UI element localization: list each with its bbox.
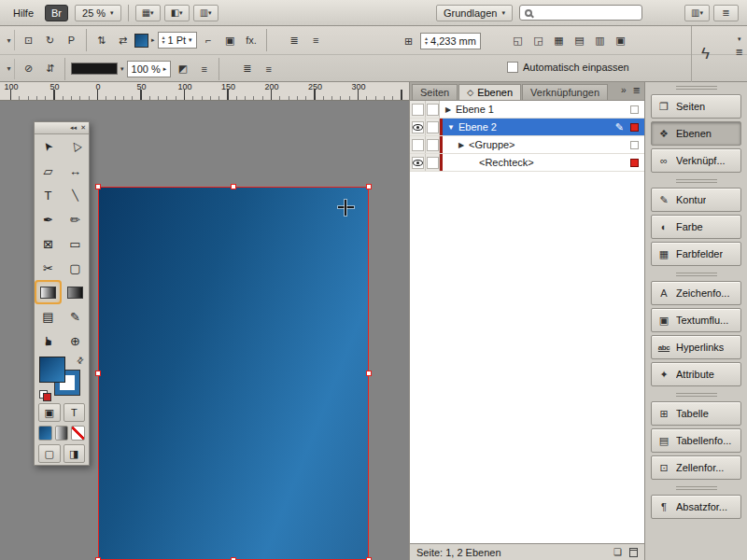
selection-proxy[interactable] bbox=[630, 159, 639, 167]
selection-proxy[interactable] bbox=[630, 105, 639, 114]
swap-fill-stroke-icon[interactable]: ⇄ bbox=[75, 355, 86, 366]
swap-arrows-icon[interactable]: ⇵ bbox=[41, 60, 59, 78]
measure-field[interactable]: ▴▾ 4,233 mm bbox=[420, 33, 481, 49]
dock-button-zellenfor[interactable]: ⊡Zellenfor... bbox=[651, 455, 741, 480]
disclosure-triangle-icon[interactable]: ▶ bbox=[444, 105, 453, 114]
formatting-affects-text-button[interactable]: T bbox=[63, 403, 86, 422]
quick-apply-button[interactable]: ϟ bbox=[691, 26, 719, 82]
align-panel-icon-2[interactable]: ≡ bbox=[307, 31, 325, 49]
selection-handle-middle-left[interactable] bbox=[95, 371, 101, 376]
stroke-align-icon[interactable]: ≡ bbox=[195, 60, 213, 78]
align-stroke-icon-1[interactable]: ▦ bbox=[550, 31, 568, 49]
eyedropper-tool[interactable]: ✎ bbox=[62, 304, 89, 329]
align-stroke-icon-3[interactable]: ▥ bbox=[591, 31, 609, 49]
panel-stack-icon[interactable]: ▥▾ bbox=[684, 5, 710, 21]
type-tool[interactable]: T bbox=[35, 183, 62, 207]
dock-button-farbe[interactable]: ◐Farbe bbox=[651, 215, 741, 239]
layer-name[interactable]: <Gruppe> bbox=[469, 139, 515, 150]
dock-grip[interactable] bbox=[645, 175, 747, 185]
drop-shadow-icon[interactable]: ▣ bbox=[221, 31, 239, 49]
page-tool[interactable]: ▱ bbox=[35, 159, 62, 183]
stepper-icons[interactable]: ▴▾ bbox=[425, 36, 428, 46]
normal-view-button[interactable]: ▢ bbox=[38, 444, 61, 463]
stepper-icons[interactable]: ▴▾ bbox=[162, 35, 165, 45]
dock-button-tabelle[interactable]: ⊞Tabelle bbox=[651, 401, 741, 426]
selection-handle-top-center[interactable] bbox=[231, 184, 236, 189]
dock-button-tabellenfo[interactable]: ▤Tabellenfo... bbox=[651, 428, 741, 453]
apply-gradient-button[interactable] bbox=[55, 426, 69, 441]
stroke-weight-field[interactable]: ▴▾ 1 Pt ▾ bbox=[158, 32, 197, 49]
dock-button-zeichenfo[interactable]: AZeichenfo... bbox=[651, 281, 741, 305]
layer-row[interactable]: ▶<Gruppe> bbox=[410, 136, 644, 154]
fit-content-icon[interactable]: ◱ bbox=[509, 31, 527, 49]
selection-proxy[interactable] bbox=[630, 123, 639, 132]
bridge-button[interactable]: Br bbox=[45, 5, 68, 21]
layer-row[interactable]: <Rechteck> bbox=[410, 154, 644, 172]
dock-button-verknüpf[interactable]: ∞Verknüpf... bbox=[651, 148, 741, 173]
layer-name[interactable]: <Rechteck> bbox=[479, 157, 534, 168]
align-panel-icon-1[interactable]: ≣ bbox=[286, 31, 303, 49]
direct-selection-tool[interactable]: ▷ bbox=[62, 134, 89, 159]
selected-rectangle[interactable] bbox=[98, 187, 369, 560]
gradient-tool[interactable] bbox=[35, 280, 62, 304]
search-input[interactable] bbox=[537, 7, 630, 19]
rotate-icon[interactable]: ↻ bbox=[41, 31, 59, 49]
dock-button-hyperlinks[interactable]: abcHyperlinks bbox=[651, 335, 741, 359]
dock-button-attribute[interactable]: ✦Attribute bbox=[651, 362, 741, 386]
tools-panel-titlebar[interactable]: ◂◂ ✕ bbox=[35, 122, 89, 134]
zoom-tool[interactable]: ⊕ bbox=[62, 329, 89, 353]
selection-proxy[interactable] bbox=[630, 141, 639, 149]
disclosure-triangle-icon[interactable]: ▶ bbox=[457, 141, 466, 149]
layer-name[interactable]: Ebene 1 bbox=[456, 104, 494, 115]
layer-name[interactable]: Ebene 2 bbox=[458, 121, 497, 133]
align-stroke-icon-2[interactable]: ▤ bbox=[571, 31, 588, 49]
selection-handle-middle-right[interactable] bbox=[366, 371, 372, 376]
screen-mode-icon[interactable]: ◧▾ bbox=[164, 5, 190, 21]
p-proxy-icon[interactable]: P bbox=[63, 31, 80, 49]
layer-visibility-toggle[interactable] bbox=[410, 101, 426, 118]
layer-row[interactable]: ▶Ebene 1 bbox=[410, 101, 644, 119]
align-panel-icon-4[interactable]: ≡ bbox=[260, 60, 277, 78]
gap-tool[interactable]: ↔ bbox=[62, 159, 89, 183]
tab-ebenen[interactable]: ◇Ebenen bbox=[458, 84, 521, 100]
view-options-icon[interactable]: ▦▾ bbox=[135, 5, 161, 21]
layer-lock-toggle[interactable] bbox=[426, 119, 440, 135]
expand-panel-icon[interactable]: » bbox=[621, 85, 627, 95]
gradient-feather-tool[interactable] bbox=[62, 280, 89, 304]
horizontal-spacing-icon[interactable]: ⇄ bbox=[114, 31, 132, 49]
arrange-documents-icon[interactable]: ▥▾ bbox=[193, 5, 218, 21]
align-panel-icon-3[interactable]: ≣ bbox=[238, 60, 256, 78]
scale-field[interactable]: 100 % ▸ bbox=[127, 61, 172, 77]
dock-button-farbfelder[interactable]: ▦Farbfelder bbox=[651, 242, 741, 266]
dock-button-textumflu[interactable]: ▣Textumflu... bbox=[651, 308, 741, 332]
corner-options-icon[interactable]: ⌐ bbox=[200, 31, 218, 49]
layer-row[interactable]: ▼Ebene 2✎ bbox=[410, 119, 644, 136]
layer-lock-toggle[interactable] bbox=[426, 101, 440, 118]
control-panel-menu[interactable]: ▾ ≣ bbox=[736, 35, 743, 57]
effects-icon[interactable]: fx. bbox=[243, 31, 261, 49]
panel-menu-icon[interactable]: ≣ bbox=[633, 85, 641, 95]
zoom-level-combo[interactable]: 25 % ▾ bbox=[75, 5, 121, 21]
constrain-proportions-icon[interactable]: ⊘ bbox=[20, 60, 37, 78]
align-stroke-icon-4[interactable]: ▣ bbox=[612, 31, 629, 49]
fill-color-proxy[interactable] bbox=[40, 357, 64, 382]
layer-visibility-toggle[interactable] bbox=[410, 119, 426, 135]
scissors-tool[interactable]: ✂ bbox=[35, 256, 62, 280]
note-tool[interactable]: ▤ bbox=[35, 304, 62, 329]
tab-verknüpfungen[interactable]: Verknüpfungen bbox=[522, 84, 608, 100]
layer-visibility-toggle[interactable] bbox=[410, 136, 426, 153]
stroke-type-swatch[interactable] bbox=[71, 63, 118, 75]
dock-button-absatzfor[interactable]: ¶Absatzfor... bbox=[651, 495, 741, 519]
pasteboard[interactable]: ◂◂ ✕ ➤▷▱↔T╲✒✏⊠▭✂▢▤✎☛⊕ ⇄ ▣ T ▢ ◨ bbox=[0, 101, 409, 560]
delete-layer-button[interactable] bbox=[629, 548, 638, 557]
rectangle-frame-tool[interactable]: ⊠ bbox=[35, 231, 62, 256]
vertical-spacing-icon[interactable]: ⇅ bbox=[92, 31, 110, 49]
pen-tool[interactable]: ✒ bbox=[35, 207, 62, 231]
selection-handle-top-right[interactable] bbox=[366, 184, 372, 189]
close-icon[interactable]: ✕ bbox=[80, 124, 86, 132]
dock-grip[interactable] bbox=[645, 269, 747, 278]
app-menu-icon[interactable]: ≣ bbox=[713, 5, 739, 21]
tab-seiten[interactable]: Seiten bbox=[412, 84, 458, 100]
selection-handle-top-left[interactable] bbox=[95, 184, 101, 189]
fit-frame-icon[interactable]: ◲ bbox=[529, 31, 547, 49]
